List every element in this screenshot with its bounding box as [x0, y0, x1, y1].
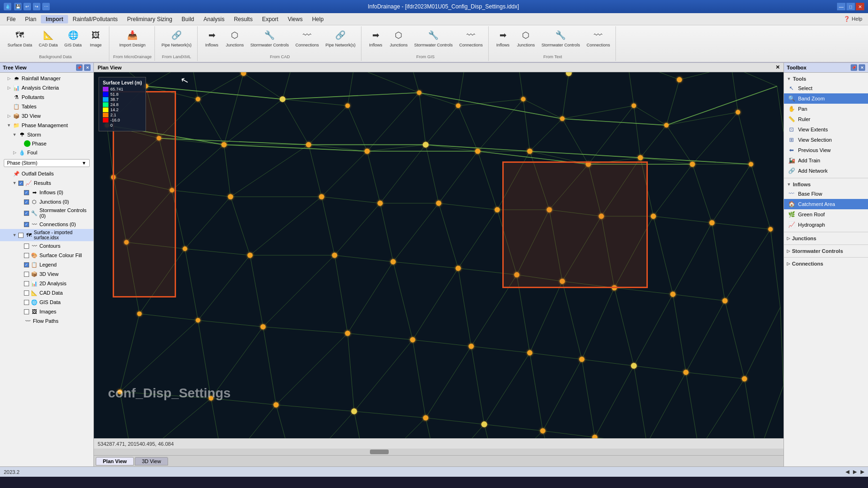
ribbon-pipe-network-landxml[interactable]: 🔗 Pipe Network(s) — [159, 27, 194, 49]
tree-3d-view-sub[interactable]: 📦 3D View — [0, 269, 93, 279]
toolbox-section-connections[interactable]: ▷ Connections — [784, 259, 868, 268]
ribbon-inflows-cad[interactable]: ➡ Inflows — [201, 27, 222, 49]
ribbon-inflows-text[interactable]: ➡ Inflows — [492, 27, 513, 49]
ribbon-stormwater-text[interactable]: 🔧 Stormwater Controls — [538, 27, 583, 49]
tab-plan-view[interactable]: Plan View — [96, 457, 134, 465]
ribbon-connections-gis[interactable]: 〰 Connections — [456, 27, 485, 49]
ribbon-image[interactable]: 🖼 Image — [85, 27, 106, 49]
ribbon-connections-text[interactable]: 〰 Connections — [584, 27, 613, 49]
tree-surface[interactable]: ▼ 🗺 Surface - imported surface.idsx — [0, 229, 93, 241]
tree-foul[interactable]: ▷ 💧 Foul — [0, 148, 93, 157]
toolbox-catchment-area[interactable]: 🏠 Catchment Area — [784, 199, 868, 209]
images-sub-checkbox[interactable] — [24, 309, 29, 314]
tree-connections-0[interactable]: ✓ 〰 Connections (0) — [0, 220, 93, 229]
toolbox-add-network[interactable]: 🔗 Add Network — [784, 166, 868, 176]
toolbox-section-stormwater[interactable]: ▷ Stormwater Controls — [784, 247, 868, 255]
cad-sub-checkbox[interactable] — [24, 290, 29, 296]
tree-inflows-0[interactable]: ✓ ➡ Inflows (0) — [0, 188, 93, 197]
tree-phase[interactable]: Phase — [0, 139, 93, 148]
toolbox-close-icon[interactable]: ✕ — [859, 64, 865, 71]
menu-build[interactable]: Build — [177, 15, 199, 23]
ribbon-gis-data[interactable]: 🌐 GIS Data — [61, 27, 84, 49]
tree-gis-data-sub[interactable]: 🌐 GIS Data — [0, 297, 93, 307]
ribbon-stormwater-gis[interactable]: 🔧 Stormwater Controls — [411, 27, 455, 49]
tree-pin-icon[interactable]: 📌 — [76, 64, 83, 71]
help-link[interactable]: ❓ Help — [844, 16, 866, 22]
toolbox-band-zoom[interactable]: 🔍 Band Zoom — [784, 93, 868, 104]
maximize-button[interactable]: □ — [846, 3, 855, 10]
tree-results[interactable]: ▼ ✓ 📈 Results — [0, 178, 93, 188]
ribbon-junctions-cad[interactable]: ⬡ Junctions — [223, 27, 246, 49]
3d-sub-checkbox[interactable] — [24, 272, 29, 277]
toolbox-hydrograph[interactable]: 📈 Hydrograph — [784, 220, 868, 230]
menu-preliminary[interactable]: Preliminary Sizing — [123, 15, 177, 23]
stormwater-checkbox[interactable]: ✓ — [24, 211, 29, 216]
inflows-checkbox[interactable]: ✓ — [24, 190, 29, 195]
tree-contours[interactable]: 〰 Contours — [0, 241, 93, 251]
redo-icon[interactable]: ↪ — [33, 3, 40, 10]
menu-rainfall[interactable]: Rainfall/Pollutants — [68, 15, 123, 23]
tree-legend[interactable]: ✓ 📋 Legend — [0, 260, 93, 269]
junctions-checkbox[interactable]: ✓ — [24, 199, 29, 205]
toolbox-green-roof[interactable]: 🌿 Green Roof — [784, 209, 868, 220]
toolbox-section-tools[interactable]: ▼ Tools — [784, 75, 868, 83]
tree-storm[interactable]: ▼ 🌩 Storm — [0, 130, 93, 139]
menu-help[interactable]: Help — [307, 15, 329, 23]
menu-analysis[interactable]: Analysis — [199, 15, 230, 23]
toolbox-add-train[interactable]: 🚂 Add Train — [784, 155, 868, 166]
tree-images-sub[interactable]: 🖼 Images — [0, 307, 93, 316]
tree-tables[interactable]: 📋 Tables — [0, 102, 93, 111]
tree-cad-data-sub[interactable]: 📐 CAD Data — [0, 288, 93, 297]
surface-checkbox[interactable] — [18, 233, 23, 238]
tree-junctions-0[interactable]: ✓ ⬡ Junctions (0) — [0, 197, 93, 206]
nav-right-icon[interactable]: ▶ — [860, 469, 864, 475]
results-checkbox[interactable]: ✓ — [18, 181, 23, 186]
options-icon[interactable]: ⋯ — [42, 3, 50, 10]
close-button[interactable]: ✕ — [856, 3, 864, 10]
2d-checkbox[interactable] — [24, 281, 29, 286]
menu-plan[interactable]: Plan — [20, 15, 41, 23]
toolbox-base-flow[interactable]: 〰 Base Flow — [784, 189, 868, 199]
tree-2d-analysis[interactable]: 📊 2D Analysis — [0, 279, 93, 288]
menu-import[interactable]: Import — [41, 15, 68, 23]
contours-checkbox[interactable] — [24, 244, 29, 249]
tree-pollutants[interactable]: ⚗ Pollutants — [0, 92, 93, 102]
save-icon[interactable]: 💾 — [14, 3, 22, 10]
toolbox-section-inflows[interactable]: ▼ Inflows — [784, 180, 868, 189]
menu-export[interactable]: Export — [257, 15, 283, 23]
toolbox-ruler[interactable]: 📏 Ruler — [784, 114, 868, 124]
ribbon-stormwater-cad[interactable]: 🔧 Stormwater Controls — [247, 27, 292, 49]
tree-3dview[interactable]: ▷ 📦 3D View — [0, 111, 93, 121]
toolbox-previous-view[interactable]: ⬅ Previous View — [784, 145, 868, 155]
tree-outfall[interactable]: 📌 Outfall Details — [0, 169, 93, 178]
minimize-button[interactable]: — — [837, 3, 845, 10]
gis-sub-checkbox[interactable] — [24, 300, 29, 305]
toolbox-view-extents[interactable]: ⊡ View Extents — [784, 124, 868, 135]
scroll-thumb[interactable] — [370, 450, 389, 454]
colour-checkbox[interactable] — [24, 253, 29, 258]
horizontal-scrollbar[interactable] — [94, 449, 784, 455]
tree-phase-mgmt[interactable]: ▼ 📁 Phase Management — [0, 121, 93, 130]
toolbox-view-selection[interactable]: ⊞ View Selection — [784, 135, 868, 145]
menu-results[interactable]: Results — [229, 15, 257, 23]
tree-rainfall-manager[interactable]: ▷ 🌧 Rainfall Manager — [0, 74, 93, 83]
plan-view-close-btn[interactable]: ✕ — [776, 64, 780, 70]
ribbon-junctions-text[interactable]: ⬡ Junctions — [514, 27, 538, 49]
tree-surface-colour[interactable]: 🎨 Surface Colour Fill — [0, 251, 93, 260]
phase-dropdown[interactable]: Phase (Storm) ▼ — [4, 159, 90, 167]
plan-canvas[interactable]: Surface Level (m) 65.741 51.8 38.7 24.8 — [94, 72, 784, 438]
ribbon-cad-data[interactable]: 📐 CAD Data — [36, 27, 61, 49]
nav-left-icon[interactable]: ◀ — [845, 469, 849, 475]
ribbon-surface-data[interactable]: 🗺 Surface Data — [5, 27, 35, 49]
tab-3d-view[interactable]: 3D View — [135, 457, 168, 465]
tree-analysis-criteria[interactable]: ▷ 📊 Analysis Criteria — [0, 83, 93, 92]
ribbon-connections-cad[interactable]: 〰 Connections — [292, 27, 322, 49]
menu-file[interactable]: File — [2, 15, 20, 23]
toolbox-select[interactable]: ↖ Select — [784, 83, 868, 93]
nav-play-icon[interactable]: ▶ — [853, 469, 857, 475]
ribbon-junctions-gis[interactable]: ⬡ Junctions — [387, 27, 410, 49]
ribbon-import-design[interactable]: 📥 Import Design — [116, 27, 148, 49]
toolbox-section-junctions[interactable]: ▷ Junctions — [784, 234, 868, 243]
tree-stormwater-0[interactable]: ✓ 🔧 Stormwater Controls (0) — [0, 206, 93, 220]
tree-flow-paths[interactable]: 〰 Flow Paths — [0, 316, 93, 326]
